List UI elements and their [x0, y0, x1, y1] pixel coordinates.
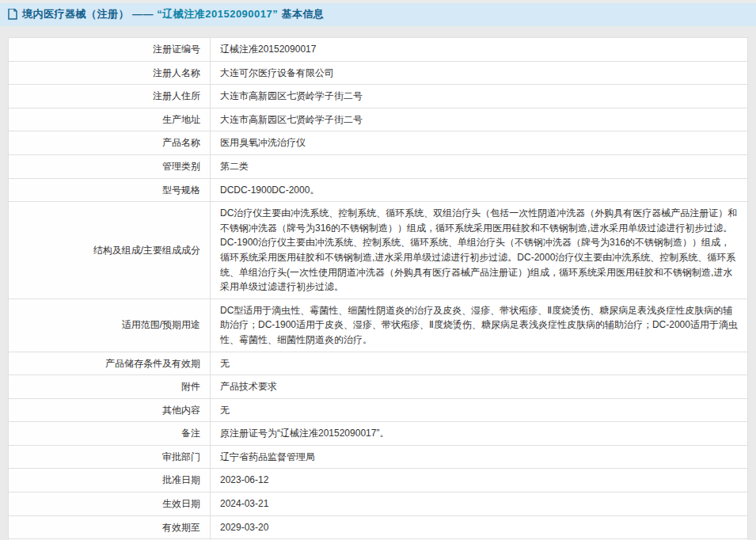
row-value: 产品技术要求: [211, 375, 748, 399]
row-label: 注册人住所: [9, 85, 211, 108]
row-value: DC治疗仪主要由冲洗系统、控制系统、循环系统、双组治疗头（包括一次性阴道冲洗器（…: [211, 202, 748, 299]
page: 境内医疗器械（注册） —— “辽械注准20152090017” 基本信息 注册证…: [0, 3, 756, 540]
table-row: 审批部门 辽宁省药品监督管理局: [9, 445, 748, 469]
row-value: DCDC-1900DC-2000。: [211, 178, 748, 202]
row-value: 大连市高新园区七贤岭学子街二号: [211, 85, 748, 108]
row-label: 注册证编号: [9, 38, 211, 62]
page-title: 境内医疗器械（注册） —— “辽械注准20152090017” 基本信息: [22, 7, 324, 21]
row-label: 注册人名称: [9, 61, 211, 85]
row-label: 结构及组成/主要组成成分: [9, 202, 211, 299]
row-label: 审批部门: [9, 445, 211, 469]
table-row: 结构及组成/主要组成成分 DC治疗仪主要由冲洗系统、控制系统、循环系统、双组治疗…: [9, 202, 748, 299]
page-title-suffix: 基本信息: [278, 8, 324, 20]
row-value: 无: [211, 398, 748, 422]
table-row: 批准日期 2023-06-12: [9, 469, 748, 492]
row-value: 2024-03-21: [211, 492, 748, 516]
row-value: 2029-03-20: [211, 515, 748, 539]
row-value: 辽械注准20152090017: [211, 38, 748, 62]
info-table-wrap: 注册证编号 辽械注准20152090017 注册人名称 大连可尔医疗设备有限公司…: [8, 37, 748, 540]
table-row: 生效日期 2024-03-21: [9, 492, 748, 516]
row-label: 备注: [9, 422, 211, 446]
page-title-prefix: 境内医疗器械（注册） ——: [22, 8, 157, 20]
page-title-number: “辽械注准20152090017”: [157, 8, 278, 20]
table-row: 产品名称 医用臭氧冲洗治疗仪: [9, 131, 748, 155]
row-label: 附件: [9, 375, 211, 399]
row-value: 大连可尔医疗设备有限公司: [211, 61, 748, 85]
info-table: 注册证编号 辽械注准20152090017 注册人名称 大连可尔医疗设备有限公司…: [8, 37, 748, 540]
row-label: 产品名称: [9, 131, 211, 155]
table-row: 注册证编号 辽械注准20152090017: [9, 38, 748, 62]
document-icon: [8, 9, 17, 20]
row-label: 管理类别: [9, 154, 211, 178]
row-value: DC型适用于滴虫性、霉菌性、细菌性阴道炎的治疗及皮炎、湿疹、带状疱疹、Ⅱ度烧烫伤…: [211, 299, 748, 352]
row-label: 生效日期: [9, 492, 211, 516]
row-value: 2023-06-12: [211, 469, 748, 492]
table-row: 适用范围/预期用途 DC型适用于滴虫性、霉菌性、细菌性阴道炎的治疗及皮炎、湿疹、…: [9, 299, 748, 352]
row-label: 有效期至: [9, 515, 211, 539]
table-row: 生产地址 大连市高新园区七贤岭学子街二号: [9, 108, 748, 131]
row-label: 适用范围/预期用途: [9, 299, 211, 352]
table-row: 型号规格 DCDC-1900DC-2000。: [9, 178, 748, 202]
table-row: 备注 原注册证号为“辽械注准20152090017”。: [9, 422, 748, 446]
row-value: 原注册证号为“辽械注准20152090017”。: [211, 422, 748, 446]
row-value: 无: [211, 352, 748, 375]
table-row: 注册人住所 大连市高新园区七贤岭学子街二号: [9, 85, 748, 108]
row-label: 产品储存条件及有效期: [9, 352, 211, 375]
table-row: 有效期至 2029-03-20: [9, 515, 748, 539]
row-value: 医用臭氧冲洗治疗仪: [211, 131, 748, 155]
table-row: 附件 产品技术要求: [9, 375, 748, 399]
row-label: 型号规格: [9, 178, 211, 202]
table-row: 产品储存条件及有效期 无: [9, 352, 748, 375]
row-value: 第二类: [211, 154, 748, 178]
table-row: 管理类别 第二类: [9, 154, 748, 178]
table-row: 注册人名称 大连可尔医疗设备有限公司: [9, 61, 748, 85]
row-value: 辽宁省药品监督管理局: [211, 445, 748, 469]
page-header: 境内医疗器械（注册） —— “辽械注准20152090017” 基本信息: [0, 3, 756, 26]
row-value: 大连市高新园区七贤岭学子街二号: [211, 108, 748, 131]
row-label: 生产地址: [9, 108, 211, 131]
row-label: 其他内容: [9, 398, 211, 422]
table-row: 其他内容 无: [9, 398, 748, 422]
row-label: 批准日期: [9, 469, 211, 492]
